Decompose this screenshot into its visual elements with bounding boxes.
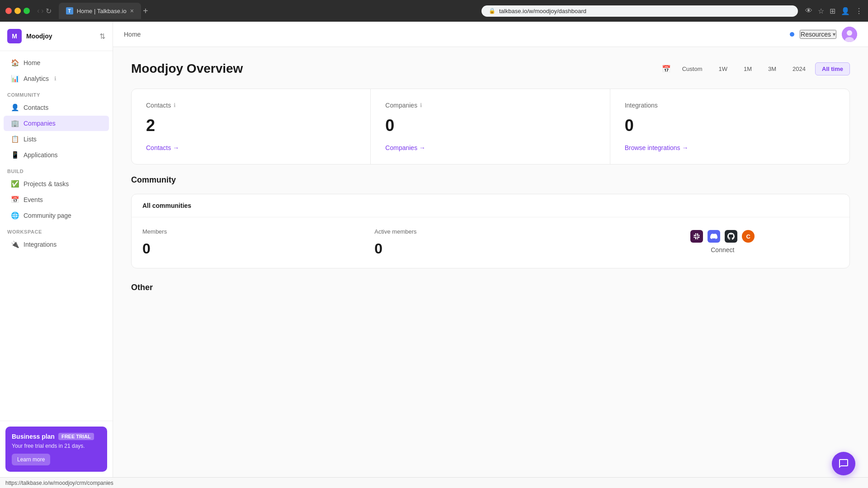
status-dot bbox=[790, 32, 794, 37]
info-icon: ℹ bbox=[54, 75, 57, 82]
circle-icon[interactable]: C bbox=[742, 230, 755, 243]
eye-slash-icon[interactable]: 👁 bbox=[805, 7, 812, 15]
other-section-title: Other bbox=[131, 279, 850, 292]
contacts-link[interactable]: Contacts → bbox=[146, 144, 356, 151]
topbar: Home Resources ▾ bbox=[113, 22, 868, 47]
community-section-label: COMMUNITY bbox=[0, 87, 113, 99]
github-icon[interactable] bbox=[725, 230, 737, 243]
sidebar-item-projects[interactable]: ✅ Projects & tasks bbox=[4, 176, 109, 192]
stat-card-contacts: Contacts ℹ 2 Contacts → bbox=[132, 89, 371, 164]
sidebar-header: M Moodjoy ⇅ bbox=[0, 22, 113, 51]
chevron-down-icon: ▾ bbox=[833, 31, 835, 38]
tab-title: Home | Talkbase.io bbox=[77, 8, 127, 14]
projects-icon: ✅ bbox=[11, 180, 19, 188]
free-trial-badge: FREE TRIAL bbox=[58, 433, 94, 440]
time-filter-2024[interactable]: 2024 bbox=[786, 62, 812, 75]
stat-label-contacts: Contacts ℹ bbox=[146, 102, 356, 109]
sidebar-item-contacts[interactable]: 👤 Contacts bbox=[4, 100, 109, 115]
slack-icon[interactable] bbox=[690, 230, 703, 243]
applications-icon: 📱 bbox=[11, 151, 19, 159]
connect-label[interactable]: Connect bbox=[711, 246, 734, 253]
time-filter-1m[interactable]: 1M bbox=[737, 62, 759, 75]
bookmark-icon[interactable]: ☆ bbox=[818, 7, 824, 15]
new-tab-button[interactable]: + bbox=[143, 6, 148, 16]
address-bar[interactable]: 🔒 talkbase.io/w/moodjoy/dashboard bbox=[481, 5, 798, 17]
browser-actions: 👁 ☆ ⊞ 👤 ⋮ bbox=[805, 7, 863, 15]
active-members-label: Active members bbox=[374, 228, 606, 235]
sidebar-bottom: Business plan FREE TRIAL Your free trial… bbox=[0, 421, 113, 477]
sidebar-item-integrations[interactable]: 🔌 Integrations bbox=[4, 237, 109, 252]
profile-icon[interactable]: 👤 bbox=[841, 7, 850, 15]
main-content: Moodjoy Overview 📅 Custom 1W 1M 3M 2024 … bbox=[113, 47, 868, 477]
workspace-chevron-icon[interactable]: ⇅ bbox=[99, 32, 105, 41]
contacts-info-icon: ℹ bbox=[174, 102, 176, 108]
reload-button[interactable]: ↻ bbox=[46, 7, 52, 15]
back-button[interactable]: ‹ bbox=[37, 7, 39, 15]
stat-card-integrations: Integrations 0 Browse integrations → bbox=[610, 89, 849, 164]
time-filter-custom[interactable]: Custom bbox=[675, 62, 709, 75]
page-title: Moodjoy Overview bbox=[131, 61, 243, 76]
forward-button[interactable]: › bbox=[41, 7, 43, 15]
home-icon: 🏠 bbox=[11, 59, 19, 67]
companies-link[interactable]: Companies → bbox=[385, 144, 595, 151]
build-section-label: BUILD bbox=[0, 163, 113, 176]
business-plan-card: Business plan FREE TRIAL Your free trial… bbox=[5, 427, 107, 472]
community-card: All communities Members 0 Active members… bbox=[131, 194, 850, 268]
companies-icon: 🏢 bbox=[11, 119, 19, 127]
sidebar-item-label: Companies bbox=[24, 120, 56, 127]
user-avatar[interactable] bbox=[842, 27, 857, 42]
learn-more-button[interactable]: Learn more bbox=[12, 454, 50, 465]
sidebar-item-label: Home bbox=[24, 59, 40, 66]
browse-integrations-link[interactable]: Browse integrations → bbox=[625, 144, 835, 151]
resources-button[interactable]: Resources ▾ bbox=[800, 30, 836, 39]
sidebar-item-community-page[interactable]: 🌐 Community page bbox=[4, 208, 109, 223]
lock-icon: 🔒 bbox=[489, 8, 495, 14]
connect-section: C Connect bbox=[607, 228, 839, 253]
plan-description: Your free trial ends in 21 days. bbox=[12, 443, 101, 449]
stat-label-companies: Companies ℹ bbox=[385, 102, 595, 109]
discord-icon[interactable] bbox=[708, 230, 720, 243]
workspace-name: Moodjoy bbox=[26, 33, 95, 40]
contacts-icon: 👤 bbox=[11, 103, 19, 112]
sidebar-item-analytics[interactable]: 📊 Analytics ℹ bbox=[4, 71, 109, 86]
sidebar-item-home[interactable]: 🏠 Home bbox=[4, 55, 109, 70]
plan-title: Business plan bbox=[12, 433, 55, 440]
stats-grid: Contacts ℹ 2 Contacts → Companies ℹ 0 Co… bbox=[131, 89, 850, 164]
active-members-value: 0 bbox=[374, 240, 606, 257]
connect-icons: C bbox=[690, 230, 755, 243]
sidebar-nav: 🏠 Home 📊 Analytics ℹ COMMUNITY 👤 Contact… bbox=[0, 51, 113, 421]
community-section-title: Community bbox=[131, 175, 850, 185]
maximize-button[interactable] bbox=[24, 8, 30, 14]
sidebar-item-label: Community page bbox=[24, 212, 71, 219]
community-stats: Members 0 Active members 0 bbox=[132, 217, 849, 268]
community-stat-active-members: Active members 0 bbox=[374, 228, 606, 257]
time-filter-1w[interactable]: 1W bbox=[712, 62, 734, 75]
url-display: talkbase.io/w/moodjoy/dashboard bbox=[499, 8, 791, 14]
app: M Moodjoy ⇅ 🏠 Home 📊 Analytics ℹ COMMUNI… bbox=[0, 22, 868, 477]
menu-icon[interactable]: ⋮ bbox=[855, 7, 863, 15]
time-filter-all-time[interactable]: All time bbox=[815, 62, 850, 75]
sidebar-item-label: Projects & tasks bbox=[24, 180, 69, 188]
minimize-button[interactable] bbox=[14, 8, 21, 14]
tab-close-button[interactable]: × bbox=[130, 7, 134, 14]
split-view-icon[interactable]: ⊞ bbox=[830, 7, 835, 15]
community-stat-connect: C Connect bbox=[607, 228, 839, 257]
calendar-icon: 📅 bbox=[662, 65, 671, 73]
close-button[interactable] bbox=[5, 8, 12, 14]
sidebar-item-companies[interactable]: 🏢 Companies bbox=[4, 116, 109, 131]
community-page-icon: 🌐 bbox=[11, 211, 19, 220]
page-header: Moodjoy Overview 📅 Custom 1W 1M 3M 2024 … bbox=[131, 61, 850, 76]
plan-header: Business plan FREE TRIAL bbox=[12, 433, 101, 440]
active-tab[interactable]: T Home | Talkbase.io × bbox=[59, 3, 141, 19]
lists-icon: 📋 bbox=[11, 135, 19, 143]
workspace-section-label: WORKSPACE bbox=[0, 224, 113, 236]
sidebar-item-events[interactable]: 📅 Events bbox=[4, 192, 109, 207]
workspace-avatar: M bbox=[7, 29, 22, 43]
community-header: All communities bbox=[132, 194, 849, 217]
chat-button[interactable] bbox=[832, 452, 855, 475]
sidebar-item-lists[interactable]: 📋 Lists bbox=[4, 131, 109, 147]
tab-bar: T Home | Talkbase.io × + bbox=[59, 3, 474, 19]
time-filter-3m[interactable]: 3M bbox=[761, 62, 783, 75]
sidebar-item-applications[interactable]: 📱 Applications bbox=[4, 147, 109, 163]
stat-card-companies: Companies ℹ 0 Companies → bbox=[371, 89, 610, 164]
